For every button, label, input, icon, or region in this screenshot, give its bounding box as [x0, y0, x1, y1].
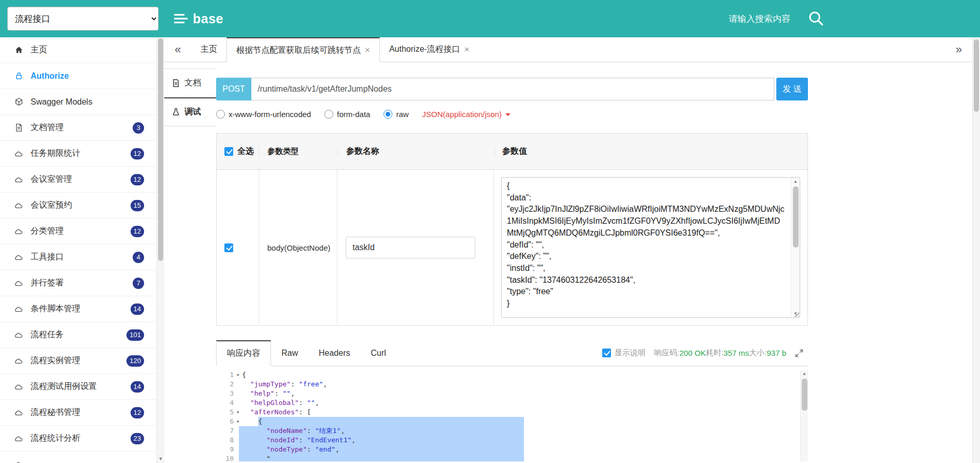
- cloud-icon: [13, 228, 24, 235]
- sidebar-item-label: 条件脚本管理: [31, 303, 80, 314]
- models-icon: [13, 97, 24, 106]
- show-note-checkbox[interactable]: [602, 349, 611, 357]
- fold-toggle-icon[interactable]: ▾: [234, 408, 242, 417]
- sidebar-item[interactable]: 分类管理12: [0, 219, 157, 244]
- code-line: 4 "helpGlobal": "",: [216, 398, 808, 408]
- topbar: 流程接口 base 请输入搜索内容: [0, 0, 980, 37]
- body-mode-option[interactable]: x-www-form-urlencoded: [216, 110, 311, 119]
- fold-toggle-icon[interactable]: ▾: [234, 370, 242, 380]
- doc-tab[interactable]: 文档: [164, 69, 216, 98]
- sidebar-item[interactable]: 任务期限统计12: [0, 141, 157, 167]
- sidebar-item-label: 流程任务: [31, 329, 64, 340]
- cloud-icon: [13, 435, 24, 442]
- params-table-header: 全选 参数类型 参数名称 参数值: [217, 134, 807, 170]
- count-badge: 12: [131, 226, 144, 237]
- line-number: 3: [216, 389, 234, 398]
- sidebar-item-label: Authorize: [31, 71, 69, 81]
- sidebar-item[interactable]: 流程任务101: [0, 322, 157, 348]
- sidebar-scrollbar-thumb[interactable]: [158, 38, 163, 261]
- response-scroll-up-button[interactable]: ▲: [801, 370, 808, 378]
- module-select[interactable]: 流程接口: [7, 7, 159, 31]
- tab[interactable]: Authorize-流程接口×: [380, 37, 479, 62]
- line-number: 4: [216, 398, 234, 408]
- value-scrollbar-thumb[interactable]: [793, 186, 799, 248]
- radio-icon: [384, 110, 392, 119]
- sidebar-item[interactable]: 会议室管理12: [0, 167, 157, 193]
- sidebar-item[interactable]: 条件脚本管理14: [0, 296, 157, 322]
- sidebar-item-label: 流程测试用例设置: [31, 381, 97, 392]
- radio-icon: [324, 110, 333, 119]
- value-scrollbar[interactable]: ▲ ▼: [791, 178, 800, 317]
- param-name-input[interactable]: [346, 237, 475, 258]
- tab[interactable]: 主页: [191, 37, 226, 62]
- sidebar-item[interactable]: 工具接口4: [0, 244, 157, 270]
- response-scrollbar-thumb[interactable]: [802, 379, 807, 411]
- sidebar-item[interactable]: 流程实例管理120: [0, 348, 157, 374]
- close-icon[interactable]: ×: [464, 45, 470, 55]
- doc-icon: [13, 123, 24, 132]
- param-value-editor[interactable]: { "data": "eyJjc2JkIjp7InJlZl9pZF8iOiIwI…: [501, 177, 800, 318]
- doc-tab-label: 文档: [184, 78, 201, 89]
- window-scrollbar[interactable]: [972, 37, 980, 463]
- response-tab[interactable]: Curl: [361, 340, 396, 366]
- code-text: "nodeName": "结束1",: [242, 426, 345, 436]
- fullscreen-icon[interactable]: [794, 349, 804, 358]
- brand-name: base: [193, 11, 223, 26]
- col-header-name: 参数名称: [338, 146, 495, 157]
- sidebar-item[interactable]: 会议室预约15: [0, 193, 157, 219]
- code-text: "jumpType": "free",: [242, 380, 327, 389]
- code-text: "afterNodes": [: [242, 408, 311, 417]
- fold-toggle-icon[interactable]: ▾: [234, 417, 242, 426]
- show-note-toggle[interactable]: 显示说明: [602, 348, 646, 358]
- fold-toggle-icon: [234, 398, 242, 408]
- sidebar-item[interactable]: 主页: [0, 37, 157, 63]
- sidebar-scroll-down-button[interactable]: ▼: [157, 455, 164, 463]
- sidebar-item-label: 并行签署: [31, 278, 64, 288]
- value-scroll-up-button[interactable]: ▲: [793, 178, 798, 185]
- fold-toggle-icon: [234, 445, 242, 454]
- close-icon[interactable]: ×: [365, 45, 370, 55]
- response-tab[interactable]: Raw: [271, 340, 308, 366]
- param-row-checkbox[interactable]: [224, 243, 233, 252]
- body-mode-option[interactable]: raw: [384, 110, 408, 119]
- sidebar-scrollbar[interactable]: ▼: [157, 37, 164, 463]
- response-scrollbar[interactable]: ▲: [800, 370, 808, 461]
- tab[interactable]: 根据节点配置获取后续可跳转节点×: [226, 37, 380, 62]
- sidebar-item[interactable]: Authorize: [0, 63, 157, 89]
- method-button[interactable]: POST: [216, 78, 251, 100]
- search-icon[interactable]: [808, 10, 825, 27]
- response-tab[interactable]: Headers: [308, 340, 360, 366]
- count-badge: 12: [131, 174, 144, 185]
- radio-icon: [216, 110, 225, 119]
- line-number: 6: [216, 417, 234, 426]
- content-type-selector[interactable]: JSON(application/json): [422, 110, 510, 119]
- debug-icon: [172, 108, 180, 117]
- menu-bars-icon: [174, 13, 188, 24]
- send-button[interactable]: 发 送: [776, 78, 808, 100]
- doc-tab[interactable]: 调试: [164, 97, 216, 126]
- sidebar-item-label: 任务期限统计: [31, 148, 80, 159]
- code-text: ": [242, 454, 271, 461]
- sidebar-item[interactable]: 流程测试用例设置14: [0, 374, 157, 400]
- count-badge: 7: [133, 278, 144, 289]
- sidebar-item-label: 流程秘书管理: [31, 407, 80, 418]
- sidebar-item[interactable]: Swagger Models: [0, 89, 157, 115]
- tabs-scroll-right-button[interactable]: »: [945, 37, 972, 62]
- sidebar-item[interactable]: 并行签署7: [0, 270, 157, 296]
- select-all-checkbox[interactable]: [224, 147, 233, 156]
- body-mode-label: x-www-form-urlencoded: [229, 110, 311, 119]
- response-tab[interactable]: 响应内容: [216, 340, 271, 366]
- col-header-type: 参数类型: [259, 147, 338, 156]
- sidebar-item[interactable]: 文档管理3: [0, 115, 157, 141]
- sidebar-item[interactable]: 流程秘书管理12: [0, 400, 157, 426]
- param-value-text[interactable]: { "data": "eyJjc2JkIjp7InJlZl9pZF8iOiIwI…: [502, 178, 800, 312]
- search-input[interactable]: 请输入搜索内容: [729, 13, 790, 25]
- sidebar-item[interactable]: [0, 452, 157, 463]
- body-mode-option[interactable]: form-data: [324, 110, 370, 119]
- window-scrollbar-thumb[interactable]: [974, 39, 979, 112]
- tabs-scroll-left-button[interactable]: «: [164, 37, 191, 62]
- sidebar-item[interactable]: 流程统计分析23: [0, 426, 157, 452]
- url-input[interactable]: [251, 78, 774, 100]
- param-row: body(ObjectNode) { "data": "eyJjc2JkIjp7…: [217, 170, 807, 325]
- cloud-icon: [13, 409, 24, 416]
